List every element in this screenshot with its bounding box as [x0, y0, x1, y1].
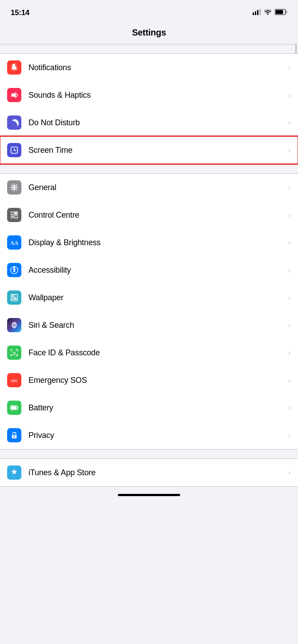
dnd-chevron: › [288, 118, 291, 127]
screen-time-chevron: › [288, 146, 291, 155]
settings-row-control-centre[interactable]: Control Centre › [0, 201, 298, 229]
settings-row-dnd[interactable]: Do Not Disturb › [0, 109, 298, 136]
svg-text:SOS: SOS [11, 379, 17, 382]
svg-rect-18 [15, 215, 17, 218]
svg-rect-1 [255, 12, 256, 16]
settings-row-battery[interactable]: Battery › [0, 394, 298, 421]
settings-row-display[interactable]: AA Display & Brightness › [0, 229, 298, 256]
notifications-chevron: › [288, 63, 291, 72]
svg-point-28 [13, 352, 14, 353]
svg-rect-10 [12, 93, 14, 96]
sounds-icon [7, 88, 21, 102]
settings-row-screen-time[interactable]: Screen Time › [0, 136, 298, 164]
control-centre-chevron: › [288, 211, 291, 220]
svg-point-29 [15, 352, 16, 353]
display-chevron: › [288, 238, 291, 247]
status-time: 15:14 [11, 8, 29, 17]
settings-row-sounds[interactable]: Sounds & Haptics › [0, 81, 298, 109]
signal-icon [253, 9, 261, 17]
home-indicator-area [0, 487, 298, 500]
privacy-label: Privacy [28, 431, 285, 440]
svg-point-34 [14, 436, 15, 437]
svg-rect-0 [253, 12, 254, 15]
status-bar: 15:14 [0, 0, 298, 23]
emergency-icon: SOS [7, 373, 21, 387]
section-3: iTunes & App Store › [0, 458, 298, 487]
settings-row-siri[interactable]: Siri & Search › [0, 311, 298, 339]
page-title: Settings [132, 28, 166, 37]
svg-rect-17 [11, 215, 14, 218]
settings-row-accessibility[interactable]: Accessibility › [0, 256, 298, 284]
svg-rect-15 [11, 212, 14, 215]
accessibility-icon [7, 263, 21, 277]
control-centre-label: Control Centre [28, 211, 285, 220]
siri-chevron: › [288, 321, 291, 330]
emergency-chevron: › [288, 376, 291, 385]
svg-rect-2 [257, 10, 258, 16]
svg-rect-5 [286, 11, 287, 13]
wifi-icon [264, 9, 272, 17]
settings-row-itunes[interactable]: iTunes & App Store › [0, 459, 298, 486]
settings-row-notifications[interactable]: ! Notifications › [0, 54, 298, 81]
home-indicator [118, 494, 180, 496]
svg-rect-32 [18, 407, 19, 409]
display-label: Display & Brightness [28, 238, 285, 247]
wallpaper-label: Wallpaper [28, 293, 285, 302]
siri-label: Siri & Search [28, 321, 285, 330]
control-centre-icon [7, 208, 21, 222]
battery-label: Battery [28, 403, 285, 413]
dnd-label: Do Not Disturb [28, 118, 285, 127]
faceid-icon [7, 346, 21, 360]
itunes-label: iTunes & App Store [28, 468, 285, 477]
dnd-icon [7, 115, 21, 130]
svg-rect-6 [276, 10, 283, 14]
svg-point-13 [13, 186, 15, 188]
general-label: General [28, 183, 285, 192]
battery-status-icon [275, 9, 287, 17]
display-icon: AA [7, 235, 21, 250]
notifications-label: Notifications [28, 63, 285, 72]
settings-row-wallpaper[interactable]: Wallpaper › [0, 284, 298, 311]
svg-rect-16 [15, 212, 17, 215]
svg-point-20 [13, 266, 16, 269]
settings-row-privacy[interactable]: Privacy › [0, 421, 298, 449]
settings-row-general[interactable]: General › [0, 174, 298, 201]
screen-time-label: Screen Time [28, 146, 285, 155]
section-1: ! Notifications › Sounds & Haptics › [0, 53, 298, 164]
faceid-chevron: › [288, 348, 291, 358]
settings-row-faceid[interactable]: Face ID & Passcode › [0, 339, 298, 366]
siri-icon [7, 318, 21, 332]
notifications-icon: ! [7, 60, 21, 75]
sounds-chevron: › [288, 91, 291, 100]
battery-chevron: › [288, 403, 291, 413]
battery-icon [7, 401, 21, 415]
settings-row-emergency[interactable]: SOS Emergency SOS › [0, 366, 298, 394]
itunes-chevron: › [288, 468, 291, 477]
svg-rect-3 [259, 9, 261, 15]
svg-text:AA: AA [10, 240, 19, 246]
status-icons [253, 9, 287, 17]
page-header: Settings [0, 23, 298, 44]
privacy-chevron: › [288, 431, 291, 440]
sounds-label: Sounds & Haptics [28, 91, 285, 100]
accessibility-chevron: › [288, 266, 291, 275]
faceid-label: Face ID & Passcode [28, 348, 285, 358]
screen-time-icon [7, 143, 21, 157]
privacy-icon [7, 428, 21, 442]
wallpaper-chevron: › [288, 293, 291, 302]
itunes-icon [7, 465, 21, 480]
section-2: General › Control Centre › AA [0, 173, 298, 449]
accessibility-label: Accessibility [28, 266, 285, 275]
emergency-label: Emergency SOS [28, 376, 285, 385]
general-chevron: › [288, 183, 291, 192]
general-icon [7, 180, 21, 195]
svg-rect-33 [11, 406, 16, 409]
page-wrapper: 15:14 [0, 0, 298, 500]
wallpaper-icon [7, 290, 21, 305]
